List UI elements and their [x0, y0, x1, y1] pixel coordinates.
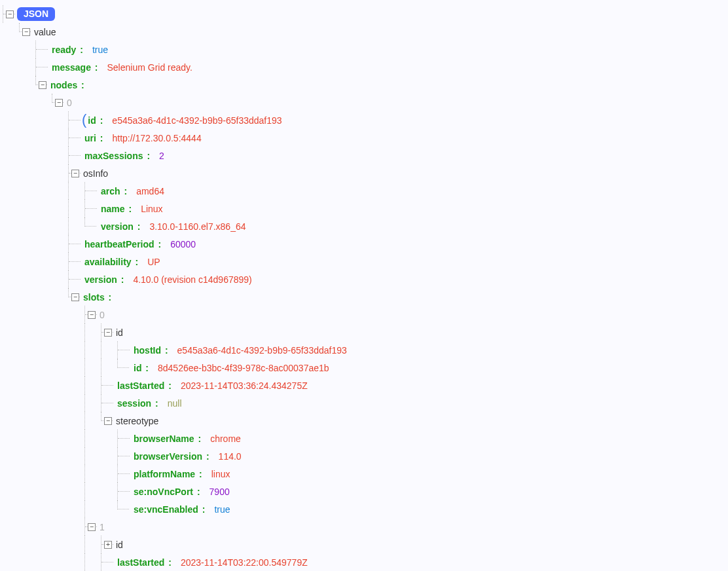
- key-arch: arch :: [101, 186, 127, 196]
- value-laststarted0: 2023-11-14T03:36:24.434275Z: [181, 380, 308, 391]
- key-availability: availability :: [84, 257, 138, 267]
- toggle-minus[interactable]: −: [71, 170, 79, 177]
- key-browsername: browserName :: [134, 433, 201, 444]
- root-row: − JSON: [3, 5, 728, 23]
- node-platformname: platformName : linux: [3, 465, 728, 483]
- node-slot-1: − 1: [3, 518, 728, 536]
- node-hostid: hostId : e545a3a6-4d1c-4392-b9b9-65f33dd…: [3, 341, 728, 359]
- node-slots: − slots :: [3, 288, 728, 306]
- key-browserversion: browserVersion :: [134, 451, 209, 462]
- key-laststarted1: lastStarted :: [117, 557, 172, 568]
- node-arch: arch : amd64: [3, 182, 728, 200]
- node-browsername: browserName : chrome: [3, 430, 728, 447]
- value-ready: true: [92, 45, 108, 55]
- node-message: message : Selenium Grid ready.: [3, 58, 728, 76]
- key-hostid: hostId :: [134, 345, 168, 356]
- key-uri: uri :: [84, 133, 103, 143]
- key-osversion: version :: [101, 221, 140, 232]
- toggle-minus[interactable]: −: [104, 417, 112, 425]
- json-badge: JSON: [17, 7, 55, 21]
- node-heartbeat: heartbeatPeriod : 60000: [3, 235, 728, 253]
- toggle-minus[interactable]: −: [104, 329, 112, 337]
- key-message: message :: [52, 62, 98, 73]
- value-novncport: 7900: [209, 487, 230, 497]
- toggle-minus[interactable]: −: [55, 99, 63, 107]
- value-browserversion: 114.0: [219, 451, 242, 462]
- key-laststarted0: lastStarted :: [117, 380, 172, 391]
- key-maxsessions: maxSessions :: [84, 151, 150, 161]
- node-slot0-id-id: id : 8d4526ee-b3bc-4f39-978c-8ac00037ae1…: [3, 359, 728, 377]
- node-slot-0: − 0: [3, 306, 728, 323]
- value-id: e545a3a6-4d1c-4392-b9b9-65f33ddaf193: [112, 115, 282, 126]
- node-uri: uri : http://172.30.0.5:4444: [3, 129, 728, 147]
- brace-open-icon: (: [82, 111, 86, 128]
- toggle-minus[interactable]: −: [88, 523, 96, 531]
- value-platformname: linux: [211, 469, 230, 479]
- value-browsername: chrome: [210, 433, 241, 444]
- node-stereotype: − stereotype: [3, 412, 728, 430]
- key-osname: name :: [101, 204, 132, 214]
- toggle-plus[interactable]: +: [104, 541, 112, 549]
- json-tree-root: − JSON − value ready : true message : Se…: [3, 5, 728, 571]
- node-maxsessions: maxSessions : 2: [3, 147, 728, 164]
- node-session: session : null: [3, 394, 728, 412]
- key-slots: slots :: [83, 292, 111, 303]
- node-slot0-id: − id: [3, 323, 728, 341]
- toggle-minus[interactable]: −: [6, 10, 14, 18]
- node-value: − value: [3, 23, 728, 41]
- node-osname: name : Linux: [3, 200, 728, 217]
- node-nodes: − nodes :: [3, 76, 728, 94]
- node-laststarted1: lastStarted : 2023-11-14T03:22:00.549779…: [3, 553, 728, 571]
- node-version: version : 4.10.0 (revision c14d967899): [3, 270, 728, 288]
- value-laststarted1: 2023-11-14T03:22:00.549779Z: [181, 557, 308, 568]
- key-novncport: se:noVncPort :: [134, 487, 200, 497]
- key-session: session :: [117, 398, 158, 409]
- key-value: value: [34, 27, 56, 37]
- value-version: 4.10.0 (revision c14d967899): [133, 274, 251, 285]
- value-heartbeat: 60000: [170, 239, 196, 249]
- node-slot1-id: + id: [3, 536, 728, 553]
- value-availability: UP: [147, 257, 160, 267]
- value-vncenabled: true: [214, 504, 230, 515]
- node-availability: availability : UP: [3, 253, 728, 270]
- node-novncport: se:noVncPort : 7900: [3, 483, 728, 500]
- node-ready: ready : true: [3, 41, 728, 58]
- value-osname: Linux: [141, 204, 162, 214]
- key-osinfo: osInfo: [83, 168, 108, 179]
- value-uri: http://172.30.0.5:4444: [112, 133, 201, 143]
- key-nodes: nodes :: [50, 80, 84, 90]
- value-arch: amd64: [136, 186, 164, 196]
- toggle-minus[interactable]: −: [88, 311, 96, 319]
- key-ready: ready :: [52, 45, 83, 55]
- value-osversion: 3.10.0-1160.el7.x86_64: [149, 221, 246, 232]
- node-osinfo: − osInfo: [3, 164, 728, 182]
- value-slot0-id-id: 8d4526ee-b3bc-4f39-978c-8ac00037ae1b: [158, 363, 329, 373]
- node-id: ( id : e545a3a6-4d1c-4392-b9b9-65f33ddaf…: [3, 111, 728, 129]
- node-nodes-0: − 0: [3, 94, 728, 111]
- node-browserversion: browserVersion : 114.0: [3, 447, 728, 465]
- key-id: id :: [88, 115, 103, 126]
- value-session: null: [168, 398, 182, 409]
- value-maxsessions: 2: [159, 151, 164, 161]
- node-laststarted0: lastStarted : 2023-11-14T03:36:24.434275…: [3, 377, 728, 394]
- toggle-minus[interactable]: −: [71, 293, 79, 301]
- key-version: version :: [84, 274, 124, 285]
- value-hostid: e545a3a6-4d1c-4392-b9b9-65f33ddaf193: [177, 345, 347, 356]
- key-heartbeat: heartbeatPeriod :: [84, 239, 161, 249]
- key-platformname: platformName :: [134, 469, 202, 479]
- toggle-minus[interactable]: −: [39, 81, 46, 89]
- node-vncenabled: se:vncEnabled : true: [3, 500, 728, 518]
- node-osversion: version : 3.10.0-1160.el7.x86_64: [3, 217, 728, 235]
- key-slot0-id-id: id :: [134, 363, 149, 373]
- key-vncenabled: se:vncEnabled :: [134, 504, 205, 515]
- key-stereotype: stereotype: [116, 416, 158, 426]
- toggle-minus[interactable]: −: [22, 28, 30, 36]
- value-message: Selenium Grid ready.: [107, 62, 192, 73]
